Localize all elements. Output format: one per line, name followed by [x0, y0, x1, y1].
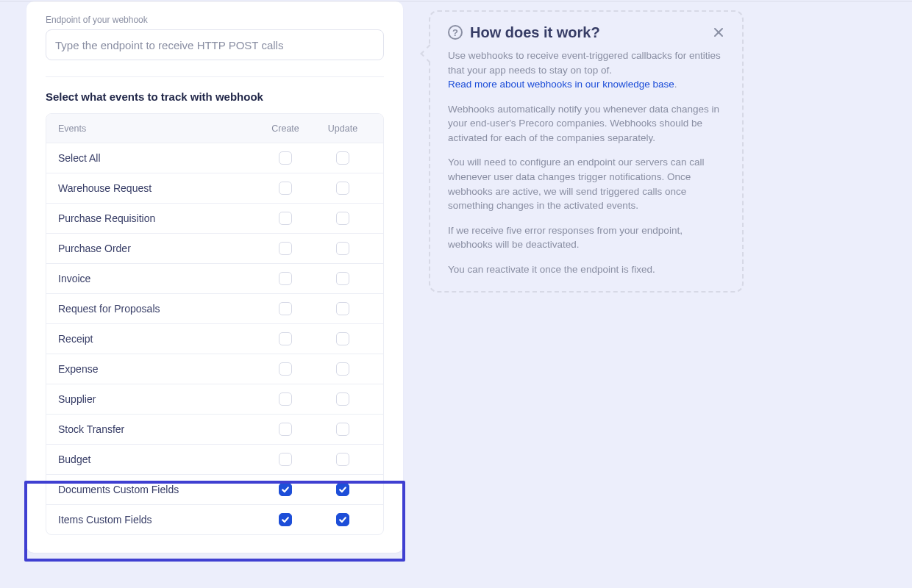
- create-cell: [257, 392, 314, 406]
- update-cell: [314, 453, 371, 466]
- create-cell: [257, 212, 314, 225]
- update-cell: [314, 302, 371, 315]
- update-cell: [314, 362, 371, 376]
- info-paragraph: Webhooks automatically notify you whenev…: [448, 102, 727, 146]
- endpoint-label: Endpoint of your webhook: [46, 15, 384, 25]
- row-label: Select All: [58, 152, 257, 164]
- create-checkbox[interactable]: [279, 242, 292, 255]
- info-text: .: [674, 79, 677, 90]
- row-label: Purchase Order: [58, 243, 257, 254]
- create-checkbox[interactable]: [279, 423, 292, 436]
- update-checkbox[interactable]: [336, 453, 349, 466]
- create-cell: [257, 332, 314, 345]
- info-paragraph: You can reactivate it once the endpoint …: [448, 262, 727, 277]
- table-row: Select All: [46, 143, 383, 173]
- create-checkbox[interactable]: [279, 182, 292, 195]
- create-cell: [257, 272, 314, 285]
- table-row: Stock Transfer: [46, 414, 383, 444]
- table-row: Expense: [46, 354, 383, 384]
- update-checkbox[interactable]: [336, 423, 349, 436]
- update-cell: [314, 242, 371, 255]
- create-checkbox[interactable]: [279, 513, 292, 526]
- row-label: Invoice: [58, 273, 257, 284]
- info-text: Use webhooks to receive event-triggered …: [448, 50, 721, 76]
- create-checkbox[interactable]: [279, 483, 292, 496]
- create-cell: [257, 513, 314, 526]
- update-checkbox[interactable]: [336, 182, 349, 195]
- info-link[interactable]: Read more about webhooks in our knowledg…: [448, 79, 674, 90]
- update-checkbox[interactable]: [336, 513, 349, 526]
- webhook-config-card: Endpoint of your webhook Select what eve…: [26, 1, 403, 553]
- update-cell: [314, 483, 371, 496]
- create-cell: [257, 242, 314, 255]
- table-row: Purchase Order: [46, 233, 383, 263]
- info-paragraph: You will need to configure an endpoint o…: [448, 155, 727, 212]
- table-row: Purchase Requisition: [46, 203, 383, 233]
- divider: [46, 76, 384, 77]
- row-label: Expense: [58, 363, 257, 375]
- update-cell: [314, 392, 371, 406]
- update-checkbox[interactable]: [336, 392, 349, 406]
- info-paragraph: Use webhooks to receive event-triggered …: [448, 49, 727, 92]
- create-cell: [257, 302, 314, 315]
- update-cell: [314, 182, 371, 195]
- table-row: Supplier: [46, 384, 383, 414]
- update-cell: [314, 272, 371, 285]
- info-title: How does it work?: [470, 24, 600, 41]
- row-label: Items Custom Fields: [58, 514, 257, 526]
- create-checkbox[interactable]: [279, 362, 292, 376]
- events-table: Events Create Update Select AllWarehouse…: [46, 113, 384, 535]
- row-label: Purchase Requisition: [58, 212, 257, 224]
- create-cell: [257, 453, 314, 466]
- table-row: Documents Custom Fields: [46, 474, 383, 504]
- table-row: Receipt: [46, 323, 383, 354]
- create-checkbox[interactable]: [279, 392, 292, 406]
- update-checkbox[interactable]: [336, 272, 349, 285]
- update-checkbox[interactable]: [336, 332, 349, 345]
- create-checkbox[interactable]: [279, 151, 292, 165]
- row-label: Stock Transfer: [58, 423, 257, 435]
- panel-pointer: [420, 44, 438, 62]
- update-checkbox[interactable]: [336, 483, 349, 496]
- endpoint-input[interactable]: [46, 29, 384, 60]
- update-checkbox[interactable]: [336, 362, 349, 376]
- events-table-header: Events Create Update: [46, 114, 383, 143]
- update-cell: [314, 513, 371, 526]
- question-icon: ?: [448, 25, 463, 40]
- update-checkbox[interactable]: [336, 302, 349, 315]
- col-header-create: Create: [257, 123, 314, 134]
- create-cell: [257, 182, 314, 195]
- info-paragraph: If we receive five error responses from …: [448, 223, 727, 252]
- create-cell: [257, 362, 314, 376]
- col-header-events: Events: [58, 123, 257, 134]
- table-row: Request for Proposals: [46, 293, 383, 323]
- create-checkbox[interactable]: [279, 212, 292, 225]
- create-cell: [257, 423, 314, 436]
- close-icon[interactable]: [710, 24, 727, 41]
- row-label: Warehouse Request: [58, 182, 257, 194]
- update-checkbox[interactable]: [336, 212, 349, 225]
- create-checkbox[interactable]: [279, 302, 292, 315]
- create-checkbox[interactable]: [279, 453, 292, 466]
- row-label: Request for Proposals: [58, 303, 257, 315]
- info-panel: ? How does it work? Use webhooks to rece…: [429, 10, 744, 293]
- update-checkbox[interactable]: [336, 242, 349, 255]
- table-row: Items Custom Fields: [46, 504, 383, 534]
- create-checkbox[interactable]: [279, 332, 292, 345]
- row-label: Supplier: [58, 393, 257, 405]
- row-label: Budget: [58, 453, 257, 465]
- update-checkbox[interactable]: [336, 151, 349, 165]
- create-cell: [257, 483, 314, 496]
- col-header-update: Update: [314, 123, 371, 134]
- events-section-title: Select what events to track with webhook: [46, 90, 384, 103]
- row-label: Receipt: [58, 333, 257, 345]
- table-row: Warehouse Request: [46, 173, 383, 203]
- create-checkbox[interactable]: [279, 272, 292, 285]
- table-row: Budget: [46, 444, 383, 474]
- update-cell: [314, 212, 371, 225]
- table-row: Invoice: [46, 263, 383, 293]
- update-cell: [314, 332, 371, 345]
- create-cell: [257, 151, 314, 165]
- update-cell: [314, 151, 371, 165]
- update-cell: [314, 423, 371, 436]
